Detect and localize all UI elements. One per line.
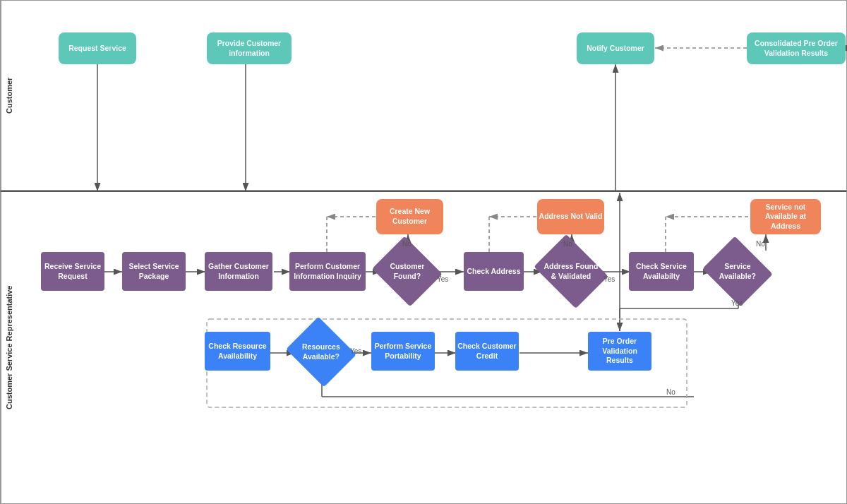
no-label-customer-found: No bbox=[402, 240, 412, 248]
customer-found-diamond: Customer Found? bbox=[380, 248, 434, 294]
service-not-available-node: Service not Available at Address bbox=[750, 199, 821, 234]
provide-customer-info-node: Provide Customer information bbox=[207, 32, 292, 64]
address-not-valid-node: Address Not Valid bbox=[537, 199, 604, 234]
consolidated-pre-order-node: Consolidated Pre Order Validation Result… bbox=[747, 32, 846, 64]
no-label-resources: No bbox=[666, 388, 675, 396]
address-found-validated-diamond: Address Found & Validated bbox=[541, 248, 601, 294]
create-new-customer-node: Create New Customer bbox=[376, 199, 443, 234]
no-label-service: No bbox=[756, 240, 765, 248]
diagram-container: Customer bbox=[0, 0, 847, 504]
customer-arrows-svg bbox=[16, 1, 846, 190]
csr-lane: Customer Service Representative bbox=[0, 191, 847, 504]
perform-service-portability-node: Perform Service Portability bbox=[371, 332, 435, 371]
select-service-package-node: Select Service Package bbox=[122, 252, 186, 291]
yes-label-customer-found: Yes bbox=[437, 275, 448, 283]
customer-lane: Customer bbox=[0, 0, 847, 191]
pre-order-validation-results-node: Pre Order Validation Results bbox=[588, 332, 651, 371]
csr-lane-label: Customer Service Representative bbox=[1, 192, 16, 503]
check-resource-availability-node: Check Resource Availability bbox=[205, 332, 270, 371]
gather-customer-info-node: Gather Customer Information bbox=[205, 252, 272, 291]
customer-lane-label: Customer bbox=[1, 1, 16, 190]
receive-service-request-node: Receive Service Request bbox=[41, 252, 104, 291]
perform-customer-inquiry-node: Perform Customer Information Inquiry bbox=[289, 252, 366, 291]
customer-lane-content: Request Service Provide Customer informa… bbox=[16, 1, 846, 190]
csr-lane-content: Receive Service Request Select Service P… bbox=[16, 192, 846, 503]
check-customer-credit-node: Check Customer Credit bbox=[455, 332, 519, 371]
yes-label-service: Yes bbox=[731, 299, 743, 307]
service-available-diamond: Service Available? bbox=[711, 248, 764, 294]
check-service-availability-node: Check Service Availabilty bbox=[629, 252, 694, 291]
no-label-address: No bbox=[563, 240, 572, 248]
resources-available-diamond: Resources Available? bbox=[294, 329, 348, 375]
notify-customer-node: Notify Customer bbox=[577, 32, 654, 64]
request-service-node: Request Service bbox=[59, 32, 136, 64]
yes-label-address: Yes bbox=[603, 275, 615, 283]
yes-label-resources: Yes bbox=[350, 347, 361, 355]
check-address-node: Check Address bbox=[464, 252, 524, 291]
